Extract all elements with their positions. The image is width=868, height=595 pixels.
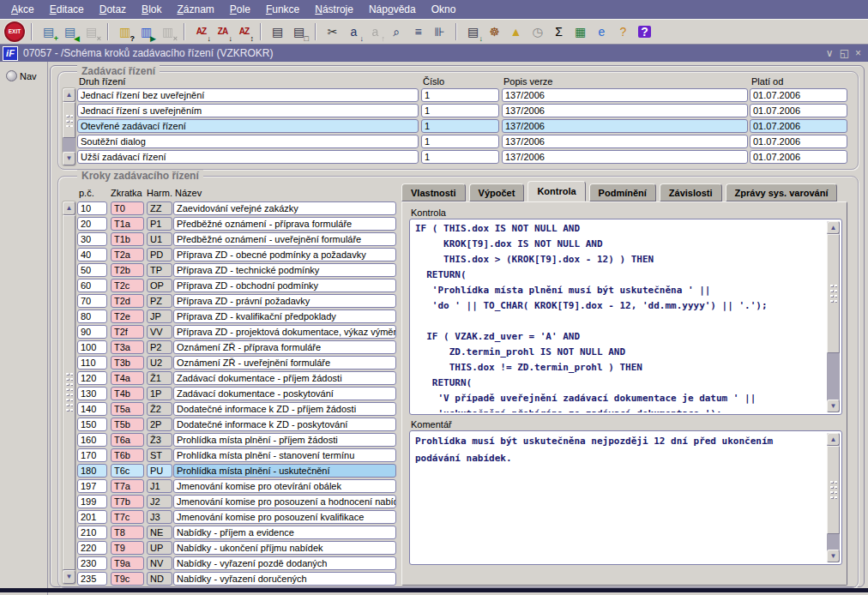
pc-field[interactable]: 210 — [77, 526, 107, 539]
harm-field[interactable]: J3 — [147, 510, 172, 524]
plati-od-field[interactable]: 01.07.2006 — [750, 150, 847, 164]
pc-field[interactable]: 201 — [77, 510, 107, 524]
import-data-icon[interactable]: ▤ ↓ — [463, 22, 483, 42]
cislo-field[interactable]: 1 — [421, 104, 499, 117]
pc-field[interactable]: 197 — [77, 479, 107, 493]
harm-field[interactable]: Ž1 — [147, 371, 172, 385]
harm-field[interactable]: J2 — [147, 495, 172, 508]
tab-kontrola[interactable]: Kontrola — [527, 181, 585, 201]
nazev-field[interactable]: Nabídky - vyřazení pozdě dodaných — [173, 556, 396, 570]
harm-field[interactable]: JP — [147, 310, 172, 323]
zkratka-field[interactable]: T6b — [111, 448, 144, 462]
menu-item[interactable]: Okno — [424, 1, 464, 18]
pc-field[interactable]: 40 — [77, 248, 107, 261]
nazev-field[interactable]: Příprava ZD - právní požadavky — [173, 294, 396, 308]
restore-button[interactable]: ◱ — [840, 48, 849, 58]
tab-zavislosti[interactable]: Závislosti — [660, 183, 722, 201]
pc-field[interactable]: 180 — [77, 464, 107, 478]
popis-verze-field[interactable]: 137/2006 — [502, 119, 748, 133]
clock-icon[interactable]: ◷ — [527, 22, 547, 42]
zkratka-field[interactable]: T3a — [111, 340, 144, 354]
cislo-field[interactable]: 1 — [421, 135, 499, 148]
pc-field[interactable]: 80 — [77, 310, 107, 323]
plati-od-field[interactable]: 01.07.2006 — [750, 119, 847, 133]
harm-field[interactable]: Ž3 — [147, 433, 172, 447]
pc-field[interactable]: 150 — [77, 418, 107, 431]
plati-od-field[interactable]: 01.07.2006 — [750, 135, 847, 148]
pc-field[interactable]: 130 — [77, 387, 107, 400]
tab-podmineni[interactable]: Podmínění — [589, 183, 656, 201]
scroll-up-button[interactable]: ▲ — [827, 221, 840, 234]
zkratka-field[interactable]: T1b — [111, 232, 144, 246]
zkratka-field[interactable]: T7c — [111, 510, 144, 524]
druh-rizeni-field[interactable]: Užší zadávací řízení — [77, 150, 419, 164]
menu-item[interactable]: Akce — [3, 1, 42, 18]
scroll-down-button[interactable]: ▼ — [827, 550, 840, 562]
cancel-query-icon[interactable]: ▥ × — [158, 22, 178, 42]
nazev-field[interactable]: Dodatečné informace k ZD - poskytování — [173, 418, 396, 431]
nazev-field[interactable]: Nabídky - vyřazení doručených — [173, 572, 396, 586]
help-icon[interactable]: ? — [635, 22, 654, 42]
harm-field[interactable]: ZZ — [147, 201, 172, 215]
druh-rizeni-field[interactable]: Jednací řízení s uveřejněním — [77, 104, 419, 117]
scroll-track[interactable] — [827, 234, 840, 400]
sort-descending-icon[interactable]: ZA ↓ — [213, 22, 232, 42]
pc-field[interactable]: 199 — [77, 495, 107, 508]
zkratka-field[interactable]: T2d — [111, 294, 144, 308]
cislo-field[interactable]: 1 — [421, 88, 499, 102]
pc-field[interactable]: 20 — [77, 217, 107, 231]
harm-field[interactable]: 1P — [147, 387, 172, 400]
comment-scrollbar[interactable]: ▲ ▼ — [827, 433, 840, 562]
find-icon[interactable]: ⌕ — [387, 22, 407, 42]
zkratka-field[interactable]: T9a — [111, 556, 144, 570]
nazev-field[interactable]: Jmenování komise pro posouzení a hodnoce… — [173, 495, 396, 508]
pc-field[interactable]: 140 — [77, 402, 107, 416]
nazev-field[interactable]: Příprava ZD - obchodní podmínky — [173, 279, 396, 292]
pc-field[interactable]: 10 — [77, 201, 107, 215]
harm-field[interactable]: OP — [147, 279, 172, 292]
pc-field[interactable]: 120 — [77, 371, 107, 385]
menu-item[interactable]: Funkce — [258, 1, 307, 18]
excel-export-icon[interactable]: ▦ — [570, 22, 590, 42]
insert-record-icon[interactable]: ▤ + — [39, 22, 58, 42]
zkratka-field[interactable]: T2b — [111, 263, 144, 277]
nazev-field[interactable]: Zadávací dokumentace - příjem žádosti — [173, 371, 396, 385]
scroll-down-button[interactable]: ▼ — [827, 400, 840, 412]
zkratka-field[interactable]: T4a — [111, 371, 144, 385]
zkratka-field[interactable]: T9c — [111, 572, 144, 586]
cut-icon[interactable]: ✂ — [322, 22, 342, 42]
scroll-track[interactable] — [827, 446, 840, 550]
cislo-field[interactable]: 1 — [421, 119, 499, 133]
druh-rizeni-field[interactable]: Soutěžní dialog — [77, 135, 419, 148]
menu-item[interactable]: Dotaz — [92, 1, 134, 18]
menu-item[interactable]: Nápověda — [361, 1, 424, 18]
menu-item[interactable]: Blok — [134, 1, 169, 18]
zkratka-field[interactable]: T5b — [111, 418, 144, 431]
menu-item[interactable]: Editace — [42, 1, 92, 18]
sort-multi-icon[interactable]: AZ ↕ — [234, 22, 254, 42]
sum-icon[interactable]: Σ — [549, 22, 569, 42]
menu-item[interactable]: Nástroje — [307, 1, 361, 18]
nazev-field[interactable]: Příprava ZD - obecné podmínky a požadavk… — [173, 248, 396, 261]
nazev-field[interactable]: Prohlídka místa plnění - příjem žádosti — [173, 433, 396, 447]
harm-field[interactable]: NV — [147, 556, 172, 570]
harm-field[interactable]: U1 — [147, 232, 172, 246]
scroll-thumb[interactable] — [63, 102, 75, 138]
pc-field[interactable]: 160 — [77, 433, 107, 447]
zkratka-field[interactable]: T5a — [111, 402, 144, 416]
nazev-field[interactable]: Nabídky - ukončení příjmu nabídek — [173, 541, 396, 555]
minimize-button[interactable]: ∨ — [826, 48, 834, 58]
nazev-field[interactable]: Oznámení ZŘ - uveřejnění formuláře — [173, 356, 396, 370]
nazev-field[interactable]: Jmenování komise pro posouzení kvalifika… — [173, 510, 396, 524]
zkratka-field[interactable]: T4b — [111, 387, 144, 400]
block-structure-icon[interactable]: ⊪ — [430, 22, 449, 42]
harm-field[interactable]: P1 — [147, 217, 172, 231]
harm-field[interactable]: PZ — [147, 294, 172, 308]
steps-scrollbar[interactable]: ▲ ▼ — [62, 201, 76, 585]
pc-field[interactable]: 60 — [77, 279, 107, 292]
zkratka-field[interactable]: T9 — [111, 541, 144, 555]
pc-field[interactable]: 30 — [77, 232, 107, 246]
zkratka-field[interactable]: T6c — [111, 464, 144, 478]
druh-rizeni-field[interactable]: Otevřené zadávací řízení — [77, 119, 419, 133]
zkratka-field[interactable]: T1a — [111, 217, 144, 231]
